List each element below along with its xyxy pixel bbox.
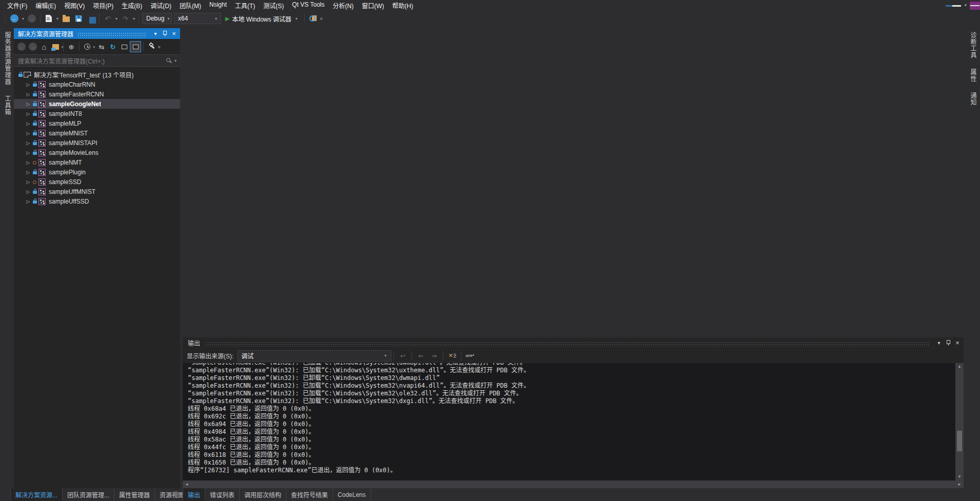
panel-tab[interactable]: 调用层次结构 [240,488,286,501]
side-tab[interactable]: 工具箱 [0,90,15,121]
new-project-button[interactable] [43,12,54,25]
clear-all-button[interactable] [446,350,458,362]
solution-configuration-combobox[interactable]: Debug ▾ [142,13,172,24]
drag-handle[interactable] [77,32,146,37]
menu-item[interactable]: 帮助(H) [388,0,417,11]
tree-project-row[interactable]: ▷ sampleMNISTAPI [14,138,180,148]
expand-arrow-icon[interactable]: ▷ [25,160,31,165]
output-source-combobox[interactable]: 调试 ▾ [238,350,391,362]
panel-tab[interactable]: 属性管理器 [114,488,155,501]
side-tab[interactable]: 属性 [966,64,980,87]
solution-node[interactable]: 解决方案'TensorRT_test' (13 个项目) [14,69,180,79]
expand-arrow-icon[interactable]: ▷ [25,111,31,116]
menu-item[interactable]: 分析(N) [328,0,358,11]
goto-message-button[interactable]: ↩ [397,350,409,362]
tree-project-row[interactable]: ▷ sampleNMT [14,157,180,167]
output-title-bar[interactable]: 输出 ▾ × [183,337,964,348]
panel-tab[interactable]: CodeLens [333,488,371,501]
menu-item[interactable]: 生成(B) [117,0,146,11]
menu-item[interactable]: Nsight [205,0,231,11]
forward-button[interactable]: → [27,41,38,52]
menu-item[interactable]: 编辑(E) [31,0,60,11]
expand-arrow-icon[interactable]: ▷ [25,199,31,204]
toolbar-overflow-button[interactable]: » [156,45,162,48]
redo-button[interactable]: ↷ [120,12,131,25]
solution-platform-combobox[interactable]: x64 ▾ [174,13,221,24]
tree-project-row[interactable]: ▷ sampleUffMNIST [14,187,180,196]
undo-button[interactable]: ↶ [102,12,113,25]
auto-hide-button[interactable] [161,30,169,38]
scroll-up-icon[interactable]: ▲ [957,363,962,370]
expand-arrow-icon[interactable]: ▷ [25,189,31,194]
show-all-files-button[interactable] [130,41,141,52]
vertical-scrollbar[interactable]: ▲ ▼ [955,363,964,480]
window-position-button[interactable]: ▾ [935,339,943,347]
horizontal-scrollbar[interactable]: ◄ ► [183,480,964,488]
panel-tab[interactable]: 错误列表 [205,488,240,501]
tree-project-row[interactable]: ▷ sampleFasterRCNN [14,89,180,99]
menu-item[interactable]: 项目(P) [89,0,117,11]
sync-with-active-document-button[interactable]: ⊕ [66,41,77,52]
next-message-button[interactable]: ⇒ [428,350,440,362]
properties-button[interactable] [146,41,157,52]
expand-arrow-icon[interactable]: ▷ [25,170,31,175]
output-log[interactable]: “sampleFasterRCNN.exe”(Win32): 已加载“C:\Wi… [183,363,955,480]
expand-arrow-icon[interactable]: ▷ [25,150,31,155]
expand-arrow-icon[interactable]: ▷ [25,131,31,136]
close-panel-button[interactable]: × [953,339,962,347]
side-tab[interactable]: 服务器资源管理器 [0,27,15,90]
tree-project-row[interactable]: ▷ sampleINT8 [14,109,180,118]
switch-views-button[interactable]: ▾ [50,41,61,52]
open-file-button[interactable] [61,12,72,25]
tree-project-row[interactable]: ▷ sampleUffSSD [14,196,180,206]
scroll-left-icon[interactable]: ◄ [185,482,189,487]
navigate-back-button[interactable]: ← [9,12,20,25]
expand-arrow-icon[interactable]: ▷ [25,102,31,107]
panel-tab[interactable]: 解决方案资源... [10,488,63,501]
expand-arrow-icon[interactable]: ▷ [25,82,31,87]
menu-item[interactable]: 文件(F) [3,0,31,11]
search-options-caret[interactable]: ▾ [173,58,178,63]
side-tab[interactable]: 通知 [966,87,980,111]
redo-dropdown-caret[interactable]: ▾ [131,16,136,21]
expand-arrow-icon[interactable]: ▷ [25,92,31,97]
tree-project-row[interactable]: ▷ sampleMovieLens [14,148,180,157]
menu-item[interactable]: 窗口(W) [358,0,388,11]
panel-tab[interactable]: 查找符号结果 [286,488,333,501]
toolbar-grip[interactable] [4,14,7,23]
menu-item[interactable]: 视图(V) [60,0,89,11]
scroll-down-icon[interactable]: ▼ [957,473,962,480]
minimize-button[interactable] [946,5,961,7]
panel-tab[interactable]: 输出 [183,488,205,501]
back-dropdown-caret[interactable]: ▾ [21,16,26,21]
toolbar-overflow-button[interactable]: » [319,17,324,20]
expand-arrow-icon[interactable]: ▷ [25,179,31,185]
tree-project-row[interactable]: ▷ sampleMNIST [14,128,180,138]
new-project-dropdown-caret[interactable]: ▾ [55,16,60,21]
close-panel-button[interactable]: × [170,30,178,38]
menu-item[interactable]: 团队(M) [175,0,205,11]
menu-item[interactable]: 测试(S) [259,0,288,11]
save-button[interactable] [73,12,84,25]
solution-explorer-title-bar[interactable]: 解决方案资源管理器 ▾ × [14,28,180,39]
undo-dropdown-caret[interactable]: ▾ [114,16,119,21]
home-button[interactable]: ⌂ [38,41,50,52]
pending-changes-filter-button[interactable]: ▾ [82,41,93,52]
search-input[interactable]: 搜索解决方案资源管理器(Ctrl+;) ▾ [14,55,180,66]
tree-project-row[interactable]: ▷ sampleGoogleNet [14,99,180,109]
window-position-button[interactable]: ▾ [151,30,160,38]
menu-item[interactable]: 调试(D) [146,0,175,11]
compare-button[interactable]: ⇆ [96,41,107,52]
tree-project-row[interactable]: ▷ samplePlugin [14,167,180,177]
attach-to-process-button[interactable] [307,12,319,25]
tree-project-row[interactable]: ▷ sampleSSD [14,177,180,187]
tree-project-row[interactable]: ▷ sampleMLP [14,118,180,128]
drag-handle[interactable] [205,342,930,347]
back-button[interactable]: ← [16,41,27,52]
previous-message-button[interactable]: ⇐ [415,350,427,362]
menu-item[interactable]: Qt VS Tools [288,0,328,11]
side-tab[interactable]: 诊断工具 [966,27,980,64]
tree-project-row[interactable]: ▷ sampleCharRNN [14,79,180,89]
auto-hide-button[interactable] [944,339,952,347]
save-all-button[interactable] [85,12,96,25]
